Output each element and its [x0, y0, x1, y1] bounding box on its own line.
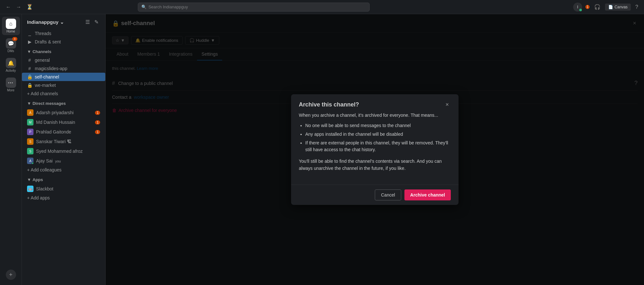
modal-body: When you archive a channel, it's archive…	[291, 113, 459, 185]
canvas-button[interactable]: 📄 Canvas	[605, 4, 631, 11]
headphones-button[interactable]: 🎧	[592, 3, 602, 11]
app-slackbot[interactable]: 🤖 Slackbot	[22, 184, 105, 194]
search-icon: 🔍	[141, 5, 147, 9]
bullet-1: No one will be able to send messages to …	[305, 122, 451, 129]
sidebar-item-activity[interactable]: 🔔 Activity	[2, 56, 20, 74]
slackbot-label: Slackbot	[36, 186, 100, 191]
activity-icon: 🔔	[6, 58, 16, 68]
add-channels-item[interactable]: + Add channels	[22, 89, 105, 98]
badge-count: 1	[585, 5, 590, 9]
content-area: 🔒 self-channel × ☆ ▼ 🔔 Enable notificati…	[106, 14, 644, 285]
bullet-2: Any apps installed in the channel will b…	[305, 131, 451, 138]
drafts-label: Drafts & sent	[35, 39, 100, 44]
sidebar-header: Indianappguy ⌄ ☰ ✎	[22, 14, 105, 29]
channel-hash-icon: #	[27, 58, 32, 63]
channel-general-label: general	[35, 58, 100, 63]
dm-ajay-name: Ajay Sai	[36, 158, 52, 163]
sidebar-item-threads[interactable]: ⎯ Threads	[22, 29, 105, 38]
icon-sidebar-bottom: +	[6, 267, 16, 282]
dm-section-header[interactable]: ▼ Direct messages	[22, 98, 105, 107]
modal-note: You'll still be able to find the channel…	[299, 158, 451, 172]
archive-modal: Archive this channel? × When you archive…	[291, 94, 459, 205]
sidebar-channel-general[interactable]: # general	[22, 56, 105, 64]
channels-list: # general # magicslides-app 🔒 self-chann…	[22, 55, 105, 98]
home-label: Home	[6, 30, 15, 33]
apps-section-header[interactable]: ▼ Apps	[22, 175, 105, 183]
nav-history-button[interactable]: ⏳	[24, 3, 35, 11]
more-icon: •••	[6, 78, 16, 88]
archive-channel-button[interactable]: Archive channel	[404, 189, 451, 200]
apps-expand-icon: ▼	[27, 177, 31, 182]
modal-footer: Cancel Archive channel	[291, 185, 459, 205]
add-workspace-button[interactable]: +	[6, 270, 16, 280]
apps-list: 🤖 Slackbot + Add apps	[22, 183, 105, 203]
add-channels-label: + Add channels	[27, 91, 100, 96]
user-status[interactable]: I	[573, 3, 582, 12]
avatar-adarsh: A	[27, 109, 33, 116]
modal-title: Archive this channel?	[299, 101, 359, 108]
nav-back-button[interactable]: ←	[4, 3, 13, 11]
search-bar: 🔍	[138, 3, 370, 12]
more-label: More	[7, 88, 14, 92]
sidebar-channel-self[interactable]: 🔒 self-channel	[22, 73, 105, 81]
dm-adarsh[interactable]: A Adarsh priyadarshi 1	[22, 108, 105, 117]
sidebar-item-more[interactable]: ••• More	[2, 76, 20, 94]
dm-prahlad[interactable]: P Prahlad Gaitonde 1	[22, 127, 105, 137]
canvas-label: Canvas	[614, 5, 628, 9]
add-colleagues-item[interactable]: + Add colleagues	[22, 166, 105, 174]
avatar-prahlad: P	[27, 129, 33, 135]
channels-header-label: Channels	[33, 49, 52, 54]
channel-self-label: self-channel	[35, 74, 100, 79]
drafts-icon: ▶	[27, 39, 32, 44]
compose-button[interactable]: ✎	[93, 18, 100, 26]
workspace-chevron: ⌄	[60, 19, 64, 25]
avatar-sanskar: S	[27, 138, 33, 145]
help-button[interactable]: ?	[633, 3, 640, 11]
channel-hash-icon-2: #	[27, 66, 32, 71]
dm-ajay[interactable]: A Ajay Sai you	[22, 156, 105, 166]
topbar: ← → ⏳ 🔍 I 1 🎧 📄 Canvas ?	[0, 0, 644, 14]
home-icon: ⌂	[6, 19, 16, 29]
sidebar-channel-magicslides[interactable]: # magicslides-app	[22, 64, 105, 73]
apps-header-label: Apps	[33, 177, 43, 182]
channel-lock-icon-2: 🔒	[27, 83, 32, 88]
cancel-button[interactable]: Cancel	[375, 189, 401, 200]
main-layout: ⌂ Home 💬 3 DMs 🔔 Activity ••• More + Ind…	[0, 14, 644, 285]
sidebar-item-dms[interactable]: 💬 3 DMs	[2, 36, 20, 55]
workspace-name[interactable]: Indianappguy ⌄	[27, 19, 64, 25]
slackbot-avatar: 🤖	[27, 186, 33, 192]
modal-close-button[interactable]: ×	[443, 101, 451, 109]
dm-prahlad-badge: 1	[95, 130, 100, 134]
avatar-ajay: A	[27, 158, 33, 164]
dm-ajay-label: Ajay Sai you	[36, 158, 100, 163]
topbar-right: I 1 🎧 📄 Canvas ?	[573, 3, 640, 12]
dm-syed[interactable]: S Syed Mohammed afroz	[22, 146, 105, 156]
canvas-icon: 📄	[608, 5, 613, 9]
add-colleagues-label: + Add colleagues	[27, 167, 100, 172]
sidebar-channel-wemarket[interactable]: 🔒 we-market	[22, 81, 105, 89]
dms-label: DMs	[7, 49, 14, 53]
channels-section-header[interactable]: ▼ Channels	[22, 47, 105, 55]
modal-overlay: Archive this channel? × When you archive…	[106, 14, 644, 285]
you-label: you	[55, 159, 61, 163]
dm-danish-label: Md Danish Hussain	[36, 120, 92, 125]
filter-button[interactable]: ☰	[84, 18, 91, 26]
sidebar-header-icons: ☰ ✎	[84, 18, 100, 26]
modal-intro-text: When you archive a channel, it's archive…	[299, 113, 451, 118]
add-apps-item[interactable]: + Add apps	[22, 194, 105, 202]
sidebar-nav-section: ⎯ Threads ▶ Drafts & sent	[22, 29, 105, 47]
dm-sanskar-label: Sanskar Tiwari 🏗	[36, 139, 100, 144]
sidebar-item-drafts[interactable]: ▶ Drafts & sent	[22, 38, 105, 46]
dm-danish[interactable]: M Md Danish Hussain 1	[22, 117, 105, 127]
channel-magicslides-label: magicslides-app	[35, 66, 100, 71]
topbar-nav: ← → ⏳	[4, 3, 35, 11]
nav-forward-button[interactable]: →	[14, 3, 23, 11]
channel-wemarket-label: we-market	[35, 83, 100, 88]
avatar-danish: M	[27, 119, 33, 125]
dm-list: A Adarsh priyadarshi 1 M Md Danish Hussa…	[22, 107, 105, 175]
avatar-syed: S	[27, 148, 33, 154]
dm-sanskar[interactable]: S Sanskar Tiwari 🏗	[22, 137, 105, 146]
search-input[interactable]	[148, 5, 366, 9]
workspace-name-text: Indianappguy	[27, 19, 59, 25]
sidebar-item-home[interactable]: ⌂ Home	[2, 17, 20, 35]
